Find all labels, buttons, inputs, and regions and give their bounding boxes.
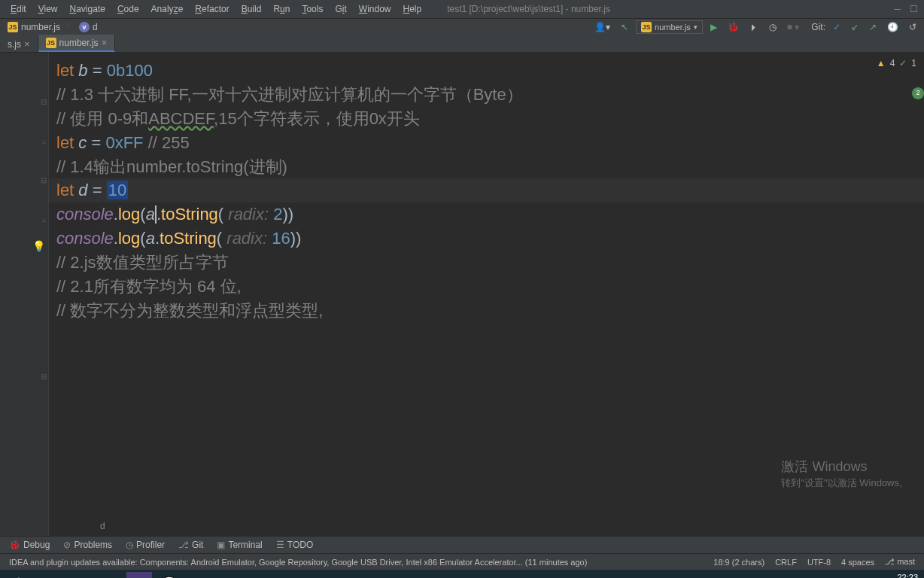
run-button[interactable]: ▶ [707, 20, 720, 34]
breadcrumb-separator: 〉 [66, 22, 73, 32]
menu-navigate[interactable]: Navigate [65, 2, 110, 16]
intellij-icon[interactable]: IJ [126, 572, 152, 579]
fold-icon[interactable]: ⊟ [41, 98, 47, 106]
indent-setting[interactable]: 4 spaces [841, 558, 874, 567]
git-branch[interactable]: ⎇ mast [885, 557, 915, 567]
menu-tools[interactable]: Tools [297, 2, 327, 16]
todo-icon: ☰ [276, 540, 284, 550]
menu-help[interactable]: Help [398, 2, 426, 16]
close-icon[interactable]: × [24, 38, 30, 50]
js-file-icon: JS [641, 22, 652, 32]
menu-run[interactable]: Run [269, 2, 294, 16]
wechat-icon[interactable]: 💬 [157, 572, 182, 579]
problems-icon: ⊘ [63, 540, 71, 550]
js-file-icon: JS [8, 22, 18, 32]
menu-git[interactable]: Git [330, 2, 351, 16]
line-separator[interactable]: CRLF [775, 558, 797, 567]
explorer-icon[interactable]: 🗀 [96, 572, 122, 579]
warning-icon: ▲ [877, 57, 886, 70]
tab-s-js[interactable]: s.js × [0, 36, 38, 52]
close-icon[interactable]: × [102, 37, 108, 48]
fold-icon[interactable]: ⌂ [42, 215, 47, 224]
task-view-icon[interactable]: ⊞ [36, 572, 62, 579]
git-icon: ⎇ [178, 540, 189, 550]
tool-terminal[interactable]: ▣Terminal [217, 540, 262, 550]
chrome-icon[interactable]: ◉ [66, 572, 92, 579]
menu-window[interactable]: Window [354, 2, 396, 16]
intention-bulb-icon[interactable]: 💡 [32, 239, 45, 254]
windows-watermark: 激活 Windows 转到"设置"以激活 Windows。 [781, 457, 909, 491]
user-icon[interactable]: 👤▾ [591, 20, 613, 34]
build-hammer-icon[interactable]: ↖ [618, 20, 631, 34]
menu-refactor[interactable]: Refactor [190, 2, 233, 16]
editor-tabs: s.js × JS number.js × [0, 35, 924, 53]
status-bar: IDEA and plugin updates available: Compo… [0, 553, 924, 570]
window-title: test1 [D:\project\web\js\test1] - number… [447, 4, 610, 14]
caret-position[interactable]: 18:9 (2 chars) [713, 558, 764, 567]
tool-profiler[interactable]: ◷Profiler [126, 540, 165, 550]
variable-icon: v [79, 22, 90, 32]
git-commit-icon[interactable]: ↙ [848, 20, 862, 34]
code-content[interactable]: 💡 ▲4 ✓1 2 let b = 0b100 // 1.3 十六进制 FF,一… [49, 53, 924, 536]
stop-button[interactable]: ■ ▾ [784, 20, 803, 34]
git-update-icon[interactable]: ✓ [830, 20, 843, 34]
check-icon: ✓ [899, 57, 907, 70]
tool-debug[interactable]: 🐞Debug [9, 540, 50, 550]
git-push-icon[interactable]: ↗ [866, 20, 880, 34]
coverage-button[interactable]: ⏵ [746, 20, 761, 34]
menu-build[interactable]: Build [237, 2, 266, 16]
tool-todo[interactable]: ☰TODO [276, 540, 313, 550]
fold-icon[interactable]: ⌂ [42, 137, 47, 145]
menu-edit[interactable]: Edit [6, 2, 31, 16]
inspections-widget[interactable]: ▲4 ✓1 [877, 57, 916, 70]
fold-icon[interactable]: ⊟ [41, 176, 47, 184]
menu-view[interactable]: View [34, 2, 62, 16]
menu-bar: Edit View Navigate Code Analyze Refactor… [0, 0, 924, 18]
terminal-icon: ▣ [217, 540, 225, 550]
tab-number-js[interactable]: JS number.js × [38, 35, 116, 52]
editor[interactable]: ⊟ ⌂ ⊟ ⌂ ⊟ 💡 ▲4 ✓1 2 let b = 0b100 // 1.3… [0, 53, 924, 536]
tool-window-bar: 🐞Debug ⊘Problems ◷Profiler ⎇Git ▣Termina… [0, 536, 924, 553]
git-rollback-icon[interactable]: ↺ [906, 20, 919, 34]
git-history-icon[interactable]: 🕘 [884, 20, 901, 34]
tool-git[interactable]: ⎇Git [178, 540, 203, 550]
fold-icon[interactable]: ⊟ [41, 373, 47, 381]
git-toolbar-label: Git: [811, 22, 825, 32]
menu-code[interactable]: Code [113, 2, 144, 16]
clock[interactable]: 22:23 2021/7/2 [886, 573, 918, 578]
profiler-icon: ◷ [126, 540, 133, 550]
status-message[interactable]: IDEA and plugin updates available: Compo… [9, 558, 587, 567]
maximize-icon[interactable]: ☐ [910, 4, 918, 14]
js-file-icon: JS [46, 38, 56, 48]
taskbar: ◯ ⊞ ◉ 🗀 IJ 💬 ☁ 20°C 空气优 36 ⌃ 📶 📡 🔊 英 22:… [0, 570, 924, 578]
events-badge[interactable]: 2 [912, 87, 924, 99]
start-button[interactable]: ◯ [6, 572, 32, 579]
debug-icon: 🐞 [9, 540, 20, 550]
menu-analyze[interactable]: Analyze [147, 2, 188, 16]
debug-button[interactable]: 🐞 [725, 20, 742, 34]
minimize-icon[interactable]: ─ [894, 4, 901, 14]
gutter[interactable]: ⊟ ⌂ ⊟ ⌂ ⊟ [0, 53, 49, 536]
file-encoding[interactable]: UTF-8 [807, 558, 831, 567]
breadcrumb-file[interactable]: JS number.js [5, 21, 63, 33]
breadcrumb-var[interactable]: v d [76, 21, 101, 33]
editor-breadcrumb[interactable]: d [100, 520, 105, 533]
tool-problems[interactable]: ⊘Problems [63, 540, 112, 550]
run-config-selector[interactable]: JS number.js ▾ [636, 20, 703, 34]
navigation-bar: JS number.js 〉 v d 👤▾ ↖ JS number.js ▾ ▶… [0, 18, 924, 35]
profile-button[interactable]: ◷ [766, 20, 780, 34]
